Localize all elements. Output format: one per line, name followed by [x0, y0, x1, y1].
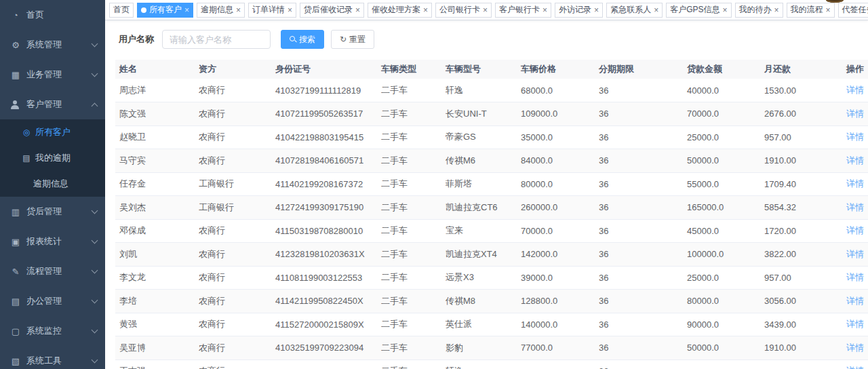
cell-身份证号: 411081199003122553: [271, 266, 377, 290]
cell-车辆价格: [517, 360, 595, 369]
tab-11[interactable]: 我的待办×: [735, 3, 783, 18]
sidebar: ◔首页⚙系统管理▦业务管理客户管理◎所有客户▤我的逾期逾期信息▥贷后管理▣报表统…: [0, 0, 105, 369]
cell-车辆型号: 传祺M6: [441, 149, 517, 173]
cell-车辆型号: 菲斯塔: [441, 172, 517, 196]
tab-label: 客户银行卡: [499, 4, 540, 16]
close-icon[interactable]: ×: [722, 6, 727, 14]
sidebar-item-label: 客户管理: [26, 98, 92, 111]
reset-button[interactable]: ↻ 重置: [331, 30, 374, 49]
cell-月还款: 1720.00: [760, 219, 842, 243]
column-header-5: 车辆价格: [517, 60, 595, 79]
cell-车辆价格: 260000.0: [517, 196, 595, 220]
tab-12[interactable]: 我的流程×: [787, 3, 835, 18]
cell-actions: 详情: [842, 102, 868, 126]
tab-2[interactable]: 逾期信息×: [197, 3, 245, 18]
cell-月还款: 2676.00: [760, 102, 842, 126]
sidebar-subitem-3-1[interactable]: ▤我的逾期: [0, 145, 105, 171]
sidebar-subitem-3-2[interactable]: 逾期信息: [0, 171, 105, 197]
sidebar-item-0[interactable]: ◔首页: [0, 0, 105, 30]
table-row: 刘凯农商行41232819810203631X二手车凯迪拉克XT4142000.…: [115, 243, 868, 267]
cell-身份证号: 41232819810203631X: [271, 243, 377, 267]
close-icon[interactable]: ×: [423, 6, 428, 14]
close-icon[interactable]: ×: [184, 6, 189, 14]
cell-身份证号: 410721199505263517: [271, 102, 377, 126]
cell-车辆型号: 影豹: [441, 336, 517, 360]
sidebar-subitem-label: 逾期信息: [33, 178, 68, 190]
sidebar-item-label: 流程管理: [26, 265, 92, 277]
cell-车辆类型: 二手车: [377, 172, 441, 196]
close-icon[interactable]: ×: [826, 6, 831, 14]
cell-车辆类型: 二手车: [377, 243, 441, 267]
flow-icon: ✎: [10, 267, 21, 277]
close-icon[interactable]: ×: [594, 6, 599, 14]
detail-link[interactable]: 详情: [846, 343, 864, 353]
search-button[interactable]: 搜索: [281, 30, 324, 49]
cell-actions: 详情: [842, 149, 868, 173]
tab-6[interactable]: 公司银行卡×: [435, 3, 492, 18]
close-icon[interactable]: ×: [355, 6, 360, 14]
cell-月还款: [760, 360, 842, 369]
sidebar-item-2[interactable]: ▦业务管理: [0, 60, 105, 90]
detail-link[interactable]: 详情: [846, 109, 864, 119]
customer-table-wrap: 姓名资方身份证号车辆类型车辆型号车辆价格分期期限贷款金额月还款操作 周志洋农商行…: [115, 60, 868, 369]
sidebar-subitem-3-0[interactable]: ◎所有客户: [0, 119, 105, 145]
tab-0[interactable]: 首页: [109, 3, 134, 18]
tab-13[interactable]: 代签任务×: [838, 3, 868, 18]
sidebar-item-1[interactable]: ⚙系统管理: [0, 30, 105, 60]
dashboard-icon: ◔: [10, 10, 21, 20]
tab-3[interactable]: 订单详情×: [248, 3, 296, 18]
detail-link[interactable]: 详情: [846, 85, 864, 95]
table-row: 吴亚博农商行410325199709223094二手车影豹77000.03650…: [115, 336, 868, 360]
cell-姓名: 王志强: [115, 360, 195, 369]
sidebar-subitem-label: 所有客户: [35, 126, 71, 138]
cell-月还款: 1530.00: [760, 79, 842, 102]
cell-资方: 农商行: [195, 149, 271, 173]
cell-车辆型号: 传祺M8: [441, 290, 517, 313]
detail-link[interactable]: 详情: [846, 249, 864, 259]
close-icon[interactable]: ×: [288, 6, 292, 14]
table-row: 周志洋农商行410327199111112819二手车轩逸68000.03640…: [115, 79, 868, 102]
cell-车辆类型: 二手车: [377, 149, 441, 173]
close-icon[interactable]: ×: [654, 6, 658, 14]
cell-月还款: 3056.00: [760, 290, 842, 313]
chevron-down-icon: [92, 357, 98, 364]
detail-link[interactable]: 详情: [846, 225, 864, 235]
tab-9[interactable]: 紧急联系人×: [606, 3, 663, 18]
tab-label: 公司银行卡: [439, 4, 480, 16]
cell-车辆类型: 二手车: [377, 102, 441, 126]
detail-link[interactable]: 详情: [846, 155, 864, 166]
cell-身份证号: 411503198708280010: [271, 219, 377, 243]
tab-1[interactable]: 所有客户×: [137, 3, 193, 18]
cell-月还款: 957.00: [760, 125, 842, 149]
sidebar-item-5[interactable]: ▣报表统计: [0, 227, 105, 256]
detail-link[interactable]: 详情: [846, 366, 864, 369]
detail-link[interactable]: 详情: [846, 178, 864, 189]
close-icon[interactable]: ×: [774, 6, 779, 14]
sidebar-item-4[interactable]: ▥贷后管理: [0, 197, 105, 227]
sidebar-item-3[interactable]: 客户管理: [0, 90, 105, 119]
cell-月还款: 5854.32: [760, 196, 842, 220]
tab-8[interactable]: 外访记录×: [555, 3, 603, 18]
cell-身份证号: 410422198803195415: [271, 125, 377, 149]
sidebar-item-8[interactable]: ▢系统监控: [0, 316, 105, 346]
tab-4[interactable]: 贷后催收记录×: [300, 3, 364, 18]
detail-link[interactable]: 详情: [846, 319, 864, 329]
detail-link[interactable]: 详情: [846, 132, 864, 142]
detail-link[interactable]: 详情: [846, 202, 864, 212]
close-icon[interactable]: ×: [236, 6, 241, 14]
sidebar-item-9[interactable]: ▧系统工具: [0, 346, 105, 369]
tab-10[interactable]: 客户GPS信息×: [666, 3, 731, 18]
tab-5[interactable]: 催收处理方案×: [368, 3, 432, 18]
sidebar-item-label: 首页: [26, 9, 97, 21]
sidebar-item-7[interactable]: ▤办公管理: [0, 286, 105, 316]
cell-月还款: 3439.00: [760, 313, 842, 336]
close-icon[interactable]: ×: [542, 6, 547, 14]
tab-7[interactable]: 客户银行卡×: [495, 3, 551, 18]
cell-车辆型号: 远景X3: [441, 266, 517, 290]
search-input[interactable]: [162, 30, 271, 49]
close-icon[interactable]: ×: [483, 6, 488, 14]
tab-label: 首页: [113, 4, 130, 16]
detail-link[interactable]: 详情: [846, 296, 864, 306]
sidebar-item-6[interactable]: ✎流程管理: [0, 256, 105, 286]
detail-link[interactable]: 详情: [846, 272, 864, 282]
